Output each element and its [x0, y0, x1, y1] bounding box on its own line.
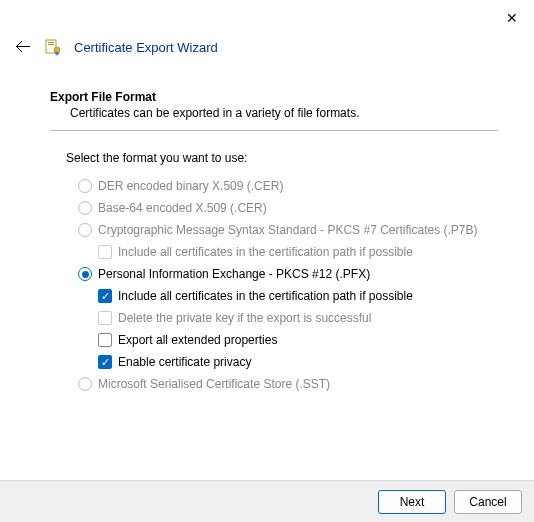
- label-pfx-privacy: Enable certificate privacy: [118, 355, 251, 369]
- label-base64: Base-64 encoded X.509 (.CER): [98, 201, 267, 215]
- section-subtitle: Certificates can be exported in a variet…: [70, 106, 498, 120]
- close-button[interactable]: ✕: [500, 6, 524, 30]
- separator: [50, 130, 498, 131]
- radio-pkcs7: [78, 223, 92, 237]
- select-format-label: Select the format you want to use:: [66, 151, 498, 165]
- label-der: DER encoded binary X.509 (.CER): [98, 179, 283, 193]
- label-pkcs7-include: Include all certificates in the certific…: [118, 245, 413, 259]
- back-button[interactable]: 🡠: [14, 38, 32, 56]
- radio-sst: [78, 377, 92, 391]
- label-pfx: Personal Information Exchange - PKCS #12…: [98, 267, 370, 281]
- radio-base64: [78, 201, 92, 215]
- wizard-title: Certificate Export Wizard: [74, 40, 218, 55]
- section-title: Export File Format: [50, 90, 498, 104]
- check-pfx-delete: [98, 311, 112, 325]
- check-pfx-privacy[interactable]: [98, 355, 112, 369]
- label-pfx-include: Include all certificates in the certific…: [118, 289, 413, 303]
- label-pkcs7: Cryptographic Message Syntax Standard - …: [98, 223, 478, 237]
- next-button[interactable]: Next: [378, 490, 446, 514]
- label-sst: Microsoft Serialised Certificate Store (…: [98, 377, 330, 391]
- cancel-button[interactable]: Cancel: [454, 490, 522, 514]
- label-pfx-export-ext: Export all extended properties: [118, 333, 277, 347]
- svg-rect-1: [48, 42, 54, 43]
- svg-rect-2: [48, 44, 54, 45]
- label-pfx-delete: Delete the private key if the export is …: [118, 311, 371, 325]
- radio-pfx[interactable]: [78, 267, 92, 281]
- check-pkcs7-include: [98, 245, 112, 259]
- radio-der: [78, 179, 92, 193]
- check-pfx-include[interactable]: [98, 289, 112, 303]
- check-pfx-export-ext[interactable]: [98, 333, 112, 347]
- certificate-icon: [44, 38, 62, 56]
